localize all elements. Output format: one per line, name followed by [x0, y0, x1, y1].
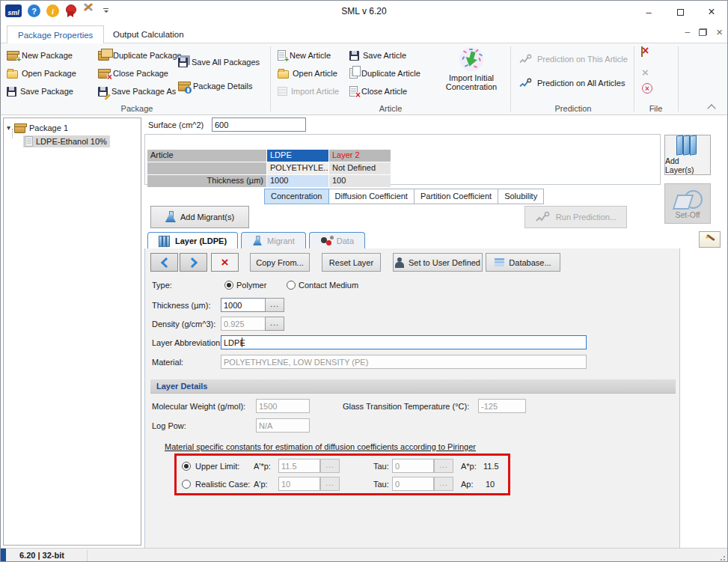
close-all-button[interactable]	[641, 47, 643, 56]
upper-tau-ellipsis-button[interactable]: ...	[434, 459, 453, 473]
layer1-material-cell[interactable]: POLYETHYLE...	[267, 162, 328, 174]
thickness-ellipsis-button[interactable]: ...	[265, 298, 284, 312]
prediction-icon	[519, 54, 533, 64]
add-migrant-button[interactable]: Add Migrant(s)	[150, 206, 249, 228]
window-controls: – ×	[633, 1, 727, 23]
open-article-button[interactable]: Open Article	[278, 67, 337, 80]
glass-transition-input[interactable]	[478, 399, 526, 413]
new-package-button[interactable]: New Package	[7, 49, 73, 62]
realistic-ap-input[interactable]	[278, 477, 320, 491]
density-ellipsis-button[interactable]: ...	[265, 317, 284, 331]
set-off-button[interactable]: Set-Off	[664, 183, 711, 224]
save-package-as-button[interactable]: Save Package As	[98, 85, 176, 98]
prediction-this-article-button[interactable]: Prediction on This Article	[519, 52, 628, 66]
run-prediction-button[interactable]: Run Prediction...	[524, 206, 627, 228]
save-article-icon	[349, 51, 359, 61]
tab-diffusion-coefficient[interactable]: Diffusion Coefficient	[329, 189, 415, 204]
add-layers-button[interactable]: Add Layer(s)	[664, 135, 711, 175]
close-window-button[interactable]: ×	[642, 66, 649, 79]
layer1-name-cell[interactable]: LDPE	[267, 150, 328, 162]
density-input[interactable]	[221, 317, 266, 331]
article-table: Article LDPE Layer 2 POLYETHYLE... Not D…	[147, 137, 391, 187]
save-package-button[interactable]: Save Package	[7, 85, 73, 98]
realistic-tau-ellipsis-button[interactable]: ...	[434, 477, 453, 491]
copy-from-button[interactable]: Copy From...	[250, 253, 310, 272]
minimize-button[interactable]: –	[633, 1, 664, 23]
realistic-ap-ellipsis-button[interactable]: ...	[320, 477, 340, 491]
layer-abbreviation-input[interactable]	[221, 335, 587, 349]
tab-package-properties[interactable]: Package Properties	[7, 25, 104, 43]
mdi-close-button[interactable]: ×	[716, 28, 723, 37]
tab-layer[interactable]: Layer (LDPE)	[147, 232, 238, 249]
upper-limit-radio[interactable]	[182, 462, 191, 471]
tree-node-article[interactable]: LDPE-Ethanol 10%	[23, 135, 110, 147]
realistic-tau-input[interactable]	[392, 477, 434, 491]
row-header-material	[147, 162, 266, 174]
material-input[interactable]	[221, 355, 587, 369]
layer2-thickness-cell[interactable]: 100	[329, 175, 391, 187]
close-button[interactable]: ×	[696, 1, 727, 23]
realistic-case-radio[interactable]	[182, 480, 191, 489]
close-article-button[interactable]: Close Article	[349, 85, 407, 98]
upper-tau-input[interactable]	[392, 459, 434, 473]
tree-node-package[interactable]: ▾ Package 1	[7, 121, 68, 134]
upper-ap-ellipsis-button[interactable]: ...	[320, 459, 340, 473]
import-initial-concentration-button[interactable]: Import Initial Concentration	[435, 46, 508, 92]
new-article-icon	[278, 50, 286, 61]
duplicate-package-button[interactable]: Duplicate Package	[98, 49, 182, 62]
maximize-button[interactable]	[664, 1, 696, 23]
tab-partition-coefficient[interactable]: Partition Coefficient	[415, 189, 498, 204]
ribbon-collapse-icon[interactable]	[709, 103, 715, 108]
close-package-button[interactable]: Close Package	[98, 67, 168, 80]
layer2-name-cell[interactable]: Layer 2	[329, 150, 391, 162]
open-package-button[interactable]: Open Package	[7, 67, 76, 80]
contact-medium-radio[interactable]	[287, 281, 296, 290]
tab-concentration[interactable]: Concentration	[264, 189, 329, 204]
tab-solubility[interactable]: Solubility	[498, 189, 544, 204]
chevron-left-icon	[160, 257, 171, 267]
upper-ap-input[interactable]	[278, 459, 320, 473]
save-all-packages-button[interactable]: Save All Packages	[178, 55, 260, 69]
tab-migrant[interactable]: Migrant	[241, 232, 306, 249]
upper-result-label: A*p:	[461, 462, 477, 471]
upper-limit-label: Upper Limit:	[195, 462, 239, 471]
upper-ap-label: A'*p:	[254, 462, 271, 471]
add-layers-icon	[676, 135, 699, 154]
tab-output-calculation[interactable]: Output Calculation	[103, 25, 195, 43]
database-button[interactable]: Database...	[486, 253, 560, 272]
package-details-button[interactable]: Package Details	[178, 79, 253, 93]
molecular-weight-input[interactable]	[256, 399, 310, 413]
new-article-button[interactable]: New Article	[278, 49, 331, 62]
log-pow-input[interactable]	[256, 418, 310, 433]
surface-input[interactable]	[212, 117, 306, 132]
next-layer-button[interactable]	[180, 253, 207, 272]
realistic-ap-label: A'p:	[254, 480, 268, 489]
window-title: SML v 6.20	[1, 6, 727, 16]
polymer-radio[interactable]	[224, 281, 233, 290]
exit-icon: ×	[642, 83, 652, 94]
mdi-minimize-button[interactable]: –	[685, 28, 691, 37]
density-label: Density (g/cm^3):	[152, 320, 215, 329]
thickness-input[interactable]	[221, 298, 266, 312]
delete-icon: ×	[221, 256, 229, 269]
duplicate-package-icon	[98, 52, 109, 61]
layer1-thickness-cell[interactable]: 1000	[267, 175, 328, 187]
layer2-material-cell[interactable]: Not Defined	[329, 162, 391, 174]
close-article-icon	[349, 86, 358, 97]
thickness-label: Thickness (µm):	[152, 301, 210, 310]
duplicate-article-button[interactable]: Duplicate Article	[349, 67, 420, 80]
tab-data[interactable]: Data	[309, 232, 365, 249]
run-prediction-icon	[535, 211, 551, 223]
wizard-button[interactable]	[699, 231, 721, 248]
exit-button[interactable]: ×	[642, 83, 652, 94]
delete-layer-button[interactable]: ×	[211, 253, 239, 272]
save-article-button[interactable]: Save Article	[349, 49, 406, 62]
reset-layer-button[interactable]: Reset Layer	[322, 253, 381, 272]
mdi-restore-button[interactable]	[699, 28, 707, 36]
prediction-all-articles-button[interactable]: Prediction on All Articles	[519, 76, 625, 90]
resize-grip[interactable]	[718, 554, 726, 561]
tree-expander-icon[interactable]: ▾	[7, 123, 10, 132]
previous-layer-button[interactable]	[150, 253, 178, 272]
import-article-button[interactable]: Import Article	[278, 85, 339, 98]
set-to-user-defined-button[interactable]: Set to User Defined	[393, 253, 483, 272]
